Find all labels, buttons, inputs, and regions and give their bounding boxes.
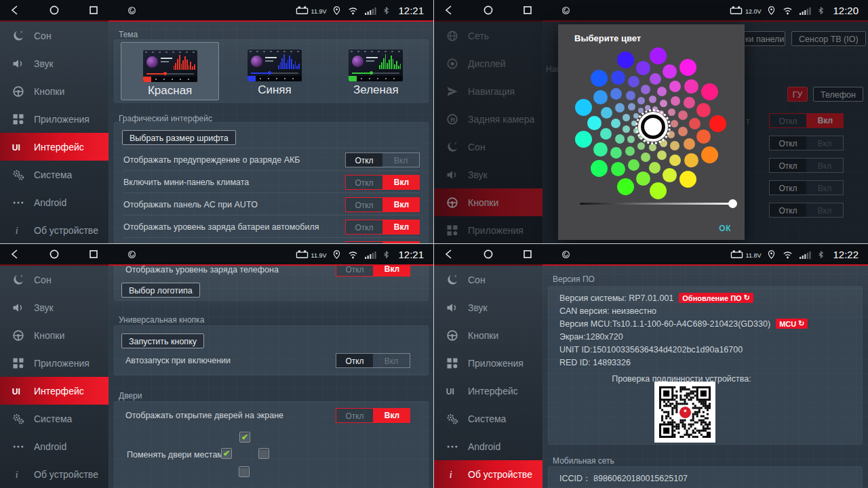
color-dot[interactable] [671, 120, 678, 127]
color-dot[interactable] [615, 134, 625, 144]
toggle-on-option[interactable]: Вкл [383, 241, 420, 243]
color-dot[interactable] [650, 47, 667, 64]
color-dot[interactable] [591, 160, 608, 177]
color-dot[interactable] [684, 153, 698, 167]
color-dot[interactable] [652, 106, 658, 112]
home-icon[interactable] [49, 5, 60, 16]
color-dot[interactable] [667, 131, 675, 138]
sidebar-item-about[interactable]: iОб устройстве [0, 460, 108, 488]
toggle-on-option[interactable]: Вкл [382, 153, 419, 167]
sidebar-item-ui[interactable]: UIИнтерфейс [0, 133, 108, 161]
toggle-on-option[interactable]: Вкл [374, 408, 410, 423]
color-dot[interactable] [696, 103, 711, 117]
color-dot[interactable] [611, 70, 625, 85]
color-dot[interactable] [593, 142, 608, 157]
back-icon[interactable] [443, 5, 454, 16]
sidebar-item-system[interactable]: Система [0, 161, 108, 188]
color-dot[interactable] [638, 134, 644, 139]
sidebar-item-about[interactable]: iОб устройстве [434, 460, 542, 488]
color-dot[interactable] [668, 108, 675, 116]
toggle-off-option[interactable]: Откл [346, 153, 382, 167]
color-dot[interactable] [684, 79, 698, 94]
color-dot[interactable] [636, 171, 650, 186]
color-dot[interactable] [650, 182, 667, 199]
toggle-off[interactable]: ОтклВкл [345, 152, 420, 167]
color-dot[interactable] [623, 125, 630, 133]
color-dot[interactable] [649, 162, 660, 174]
sidebar-item-apps[interactable]: Приложения [434, 349, 542, 377]
color-dot[interactable] [610, 147, 622, 159]
color-dot[interactable] [575, 131, 592, 148]
toggle-on[interactable]: ОтклВкл [336, 408, 410, 423]
color-dot[interactable] [623, 114, 630, 121]
brightness-slider-track[interactable] [580, 203, 736, 205]
sidebar-item-sleep[interactable]: zСон [434, 266, 542, 293]
sidebar-item-android[interactable]: Android [434, 432, 542, 460]
sidebar-item-wheel[interactable]: Кнопки [0, 77, 108, 105]
color-dot[interactable] [657, 87, 667, 96]
door-left-checked[interactable]: ✔ [221, 448, 232, 459]
color-dot[interactable] [641, 152, 650, 162]
color-dot[interactable] [678, 127, 688, 136]
color-dot[interactable] [638, 108, 644, 113]
color-dot[interactable] [689, 118, 701, 129]
run-button[interactable]: Запустить кнопку [121, 333, 204, 348]
color-dot[interactable] [649, 96, 656, 103]
color-dot[interactable] [575, 99, 592, 116]
color-dot[interactable] [663, 64, 677, 79]
recents-icon[interactable] [88, 249, 99, 260]
toggle-on-option[interactable]: Вкл [383, 197, 420, 212]
color-dot[interactable] [628, 103, 635, 110]
back-icon[interactable] [9, 249, 20, 260]
color-dot[interactable] [593, 90, 608, 104]
toggle-on-option[interactable]: Вкл [373, 354, 410, 367]
recents-icon[interactable] [522, 5, 533, 16]
color-dot[interactable] [684, 97, 695, 108]
color-dot[interactable] [678, 110, 688, 120]
toggle-on[interactable]: ОтклВкл [336, 266, 410, 277]
color-dot[interactable] [657, 150, 667, 160]
color-dot[interactable] [633, 113, 639, 119]
toggle-off[interactable]: ОтклВкл [336, 353, 410, 368]
color-dot[interactable] [628, 159, 639, 171]
color-dot[interactable] [645, 105, 650, 110]
recents-icon[interactable] [88, 5, 99, 16]
color-dot[interactable] [637, 142, 645, 150]
ok-button[interactable]: ОК [719, 224, 731, 233]
color-dot[interactable] [600, 128, 612, 140]
color-dot[interactable] [663, 168, 677, 182]
toggle-off-option[interactable]: Откл [345, 220, 383, 235]
app-icon[interactable] [127, 250, 136, 259]
color-dot[interactable] [650, 73, 661, 85]
color-dot[interactable] [660, 140, 667, 147]
color-dot[interactable] [626, 91, 635, 100]
sidebar-item-android[interactable]: Android [0, 432, 108, 460]
font-size-button[interactable]: Выбрать размер шрифта [122, 130, 236, 145]
color-dot[interactable] [611, 162, 625, 176]
sidebar-item-apps[interactable]: Приложения [0, 105, 108, 133]
color-dot[interactable] [701, 83, 718, 100]
home-icon[interactable] [483, 249, 494, 260]
toggle-on-option[interactable]: Вкл [374, 266, 410, 277]
sidebar-item-sound[interactable]: Звук [0, 49, 108, 77]
theme-option-green[interactable]: Зеленая [328, 39, 425, 103]
sidebar-item-android[interactable]: Android [0, 188, 108, 216]
toggle-on[interactable]: ОтклВкл [345, 175, 420, 190]
color-dot[interactable] [633, 128, 639, 134]
color-dot[interactable] [679, 59, 696, 76]
sidebar-item-ui[interactable]: UIИнтерфейс [0, 377, 108, 405]
toggle-off-option[interactable]: Откл [336, 408, 374, 423]
color-dot[interactable] [669, 155, 681, 166]
color-dot[interactable] [669, 81, 681, 92]
home-icon[interactable] [49, 249, 60, 260]
sidebar-item-system[interactable]: Система [0, 405, 108, 432]
color-dot[interactable] [636, 61, 650, 75]
door-right-unchecked[interactable] [258, 448, 269, 459]
mcu-update-badge[interactable]: MCU↻ [776, 319, 808, 329]
color-dot[interactable] [587, 116, 601, 130]
home-icon[interactable] [483, 5, 494, 16]
color-dot[interactable] [601, 107, 612, 119]
sidebar-item-apps[interactable]: Приложения [0, 349, 108, 377]
toggle-off-option[interactable]: Откл [336, 266, 374, 277]
sidebar-item-sound[interactable]: Звук [0, 293, 108, 321]
